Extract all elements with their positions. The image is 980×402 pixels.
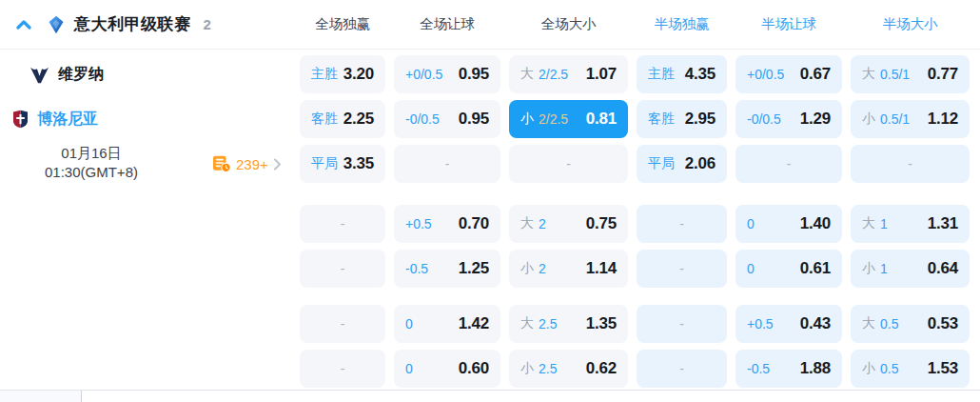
odds-cell[interactable]: 01.40 xyxy=(735,205,842,243)
odds-cell-empty: - xyxy=(637,250,727,288)
odds-label: 大2 xyxy=(520,215,546,232)
odds-cell-empty: - xyxy=(509,145,628,183)
odds-cell[interactable]: 小2/2.50.81 xyxy=(509,100,628,138)
odds-value: 0.61 xyxy=(800,259,831,278)
odds-cell[interactable]: 客胜2.95 xyxy=(637,100,727,138)
odds-label: 大1 xyxy=(862,215,888,232)
odds-cell[interactable]: 大20.75 xyxy=(509,205,628,243)
odds-label: 大0.5 xyxy=(862,315,898,332)
odds-cell-empty: - xyxy=(394,145,500,183)
odds-cell[interactable]: +0.50.43 xyxy=(735,305,842,343)
odds-value: 1.42 xyxy=(459,314,489,333)
column-header-ft-1x2: 全场独赢 xyxy=(300,15,385,33)
odds-row: 主胜3.20+0/0.50.95大2/2.51.07主胜4.35+0/0.50.… xyxy=(0,55,980,93)
match-time-block: 01月16日 01:30(GMT+8) xyxy=(0,144,183,182)
odds-cell[interactable]: 平局3.35 xyxy=(300,145,385,183)
odds-cell[interactable]: +0/0.50.95 xyxy=(394,55,500,93)
odds-cell[interactable]: +0.50.70 xyxy=(394,205,500,243)
empty-odds-placeholder: - xyxy=(679,361,684,376)
odds-cell[interactable]: 大2/2.51.07 xyxy=(509,55,628,93)
odds-handicap-label: -0/0.5 xyxy=(405,111,440,127)
odds-label: 主胜 xyxy=(648,66,675,83)
odds-value: 1.40 xyxy=(800,214,831,233)
odds-label: 客胜 xyxy=(648,111,675,128)
empty-odds-placeholder: - xyxy=(679,261,684,276)
empty-odds-placeholder: - xyxy=(679,316,684,332)
odds-label: -0.5 xyxy=(405,261,428,276)
odds-handicap-label: +0.5 xyxy=(405,216,432,231)
collapse-button[interactable] xyxy=(13,14,34,35)
odds-cell[interactable]: 00.60 xyxy=(394,350,500,388)
odds-cell[interactable]: 小2.50.62 xyxy=(509,350,628,388)
odds-row: --0.51.25小21.14-00.61小10.64 xyxy=(0,250,980,288)
odds-rows: 主胜3.20+0/0.50.95大2/2.51.07主胜4.35+0/0.50.… xyxy=(0,50,980,388)
odds-direction-prefix: 小 xyxy=(862,260,875,277)
empty-odds-placeholder: - xyxy=(341,316,345,332)
odds-value: 0.67 xyxy=(800,65,831,84)
odds-cell[interactable]: 小0.51.53 xyxy=(851,350,970,388)
odds-cell[interactable]: -0.51.25 xyxy=(394,250,500,288)
odds-cell[interactable]: 客胜2.25 xyxy=(300,100,385,138)
odds-handicap-label: 主胜 xyxy=(311,66,338,83)
column-header-ft-handicap: 全场让球 xyxy=(394,15,500,33)
next-section-divider xyxy=(0,390,980,402)
odds-cell-empty: - xyxy=(637,305,727,343)
more-markets-count: 239+ xyxy=(236,156,268,172)
odds-cell[interactable]: +0/0.50.67 xyxy=(735,55,842,93)
home-team-row: 维罗纳 xyxy=(29,55,104,93)
odds-label: 大2.5 xyxy=(520,315,557,332)
empty-odds-placeholder: - xyxy=(787,156,792,171)
league-title: 意大利甲级联赛 xyxy=(74,13,191,35)
chevron-right-icon xyxy=(273,158,282,171)
odds-cell[interactable]: 大2.51.35 xyxy=(509,305,628,343)
empty-odds-placeholder: - xyxy=(341,361,345,376)
odds-cell[interactable]: 01.42 xyxy=(394,305,500,343)
odds-value: 1.12 xyxy=(928,110,958,129)
odds-direction-prefix: 小 xyxy=(862,111,875,128)
odds-direction-prefix: 大 xyxy=(862,66,875,83)
column-header-ht-1x2: 半场独赢 xyxy=(637,15,727,33)
odds-label: 小2 xyxy=(520,260,546,277)
odds-cell[interactable]: 小21.14 xyxy=(509,250,628,288)
odds-label: 小0.5/1 xyxy=(862,111,910,128)
odds-cell[interactable]: 大11.31 xyxy=(851,205,970,243)
odds-cell[interactable]: 主胜4.35 xyxy=(637,55,727,93)
odds-value: 1.35 xyxy=(586,314,617,333)
odds-direction-prefix: 大 xyxy=(520,315,534,332)
odds-value: 3.35 xyxy=(343,154,374,173)
odds-value: 0.95 xyxy=(459,110,489,129)
odds-direction-prefix: 大 xyxy=(862,215,875,232)
odds-cell[interactable]: 大0.50.53 xyxy=(851,305,970,343)
odds-cell[interactable]: -0.51.88 xyxy=(735,350,842,388)
odds-label: 小1 xyxy=(862,260,888,277)
odds-value: 1.88 xyxy=(800,359,831,378)
odds-cell[interactable]: 00.61 xyxy=(735,250,842,288)
odds-value: 1.14 xyxy=(586,259,617,278)
odds-cell[interactable]: 大0.5/10.77 xyxy=(851,55,970,93)
odds-value: 0.43 xyxy=(800,314,831,333)
empty-odds-placeholder: - xyxy=(908,156,912,171)
next-section-frozen-column xyxy=(0,391,82,402)
odds-cell[interactable]: 平局2.06 xyxy=(637,145,727,183)
odds-handicap-label: 平局 xyxy=(648,155,675,172)
empty-odds-placeholder: - xyxy=(679,216,684,231)
column-header-ht-overunder: 半场大小 xyxy=(851,15,970,33)
odds-cell[interactable]: -0/0.51.29 xyxy=(735,100,842,138)
odds-label: 平局 xyxy=(311,155,338,172)
odds-label: 平局 xyxy=(648,155,675,172)
odds-cell[interactable]: 小0.5/11.12 xyxy=(851,100,970,138)
odds-cell[interactable]: 小10.64 xyxy=(851,250,970,288)
odds-label: 0 xyxy=(405,361,413,376)
odds-handicap-label: -0.5 xyxy=(747,361,770,376)
odds-label: -0/0.5 xyxy=(747,111,781,127)
home-team-name: 维罗纳 xyxy=(58,65,104,85)
more-markets-link[interactable]: 239+ xyxy=(212,155,282,172)
odds-cell[interactable]: -0/0.50.95 xyxy=(394,100,500,138)
odds-direction-prefix: 小 xyxy=(520,360,534,377)
odds-handicap-label: +0.5 xyxy=(747,316,774,332)
odds-cell-empty: - xyxy=(300,250,385,288)
odds-cell[interactable]: 主胜3.20 xyxy=(300,55,385,93)
odds-handicap-label: 平局 xyxy=(311,155,338,172)
verona-crest-icon xyxy=(29,66,49,84)
odds-handicap-label: 2 xyxy=(539,216,546,231)
